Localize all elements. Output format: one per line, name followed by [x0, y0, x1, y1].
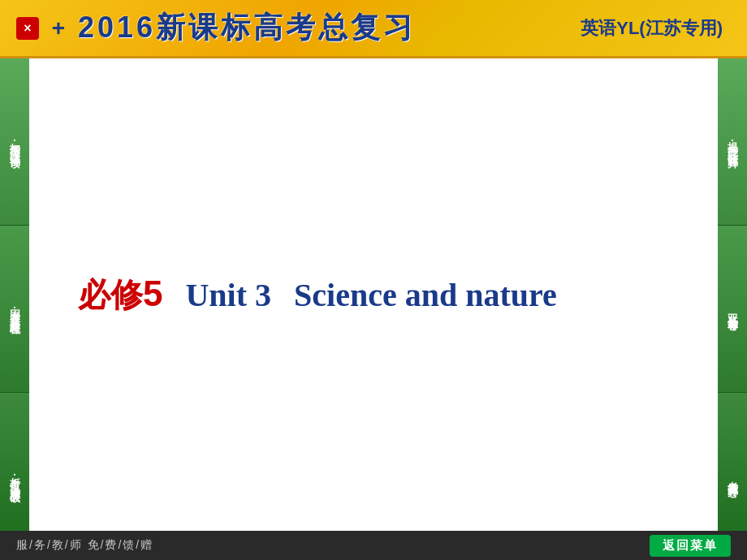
title-bixiu: 必修5: [78, 273, 162, 317]
cross-icon: +: [47, 17, 70, 40]
close-button[interactable]: ×: [16, 17, 39, 40]
sidebar-left-item-1[interactable]: 扣考纲·话题诵读: [0, 58, 29, 226]
header-title: 2016新课标高考总复习: [78, 8, 416, 48]
main-content: 必修5 Unit 3 Science and nature: [29, 58, 718, 531]
sidebar-left-item-2[interactable]: 固考基·教材梳理: [0, 226, 29, 393]
title-number: 5: [143, 274, 162, 313]
sidebar-right-label-2: 双基达标卷: [725, 305, 740, 313]
sidebar-left-label-3: 析考点·重难突破: [7, 468, 22, 485]
footer: 服/务/教/师 免/费/馈/赠 返回菜单: [0, 531, 747, 560]
sidebar-right-item-2[interactable]: 双基达标卷: [718, 226, 747, 393]
footer-text: 服/务/教/师 免/费/馈/赠: [16, 538, 153, 553]
right-sidebar: 提考能·技能速升 双基达标卷 考能提升卷: [718, 58, 747, 560]
close-icon: ×: [24, 21, 31, 36]
title-science: Science and nature: [294, 276, 557, 314]
header-subtitle: 英语YL(江苏专用): [581, 16, 723, 41]
header-left: × + 2016新课标高考总复习: [16, 8, 416, 48]
back-menu-button[interactable]: 返回菜单: [650, 535, 731, 557]
header: × + 2016新课标高考总复习 英语YL(江苏专用): [0, 0, 747, 58]
title-unit: Unit 3: [185, 276, 271, 314]
sidebar-right-item-1[interactable]: 提考能·技能速升: [718, 58, 747, 226]
sidebar-left-label-1: 扣考纲·话题诵读: [7, 134, 22, 150]
sidebar-left-label-2: 固考基·教材梳理: [7, 301, 22, 317]
left-sidebar: 扣考纲·话题诵读 固考基·教材梳理 析考点·重难突破: [0, 58, 29, 560]
lesson-title: 必修5 Unit 3 Science and nature: [78, 273, 557, 317]
sidebar-right-label-3: 考能提升卷: [725, 472, 740, 480]
sidebar-right-label-1: 提考能·技能速升: [725, 134, 740, 150]
